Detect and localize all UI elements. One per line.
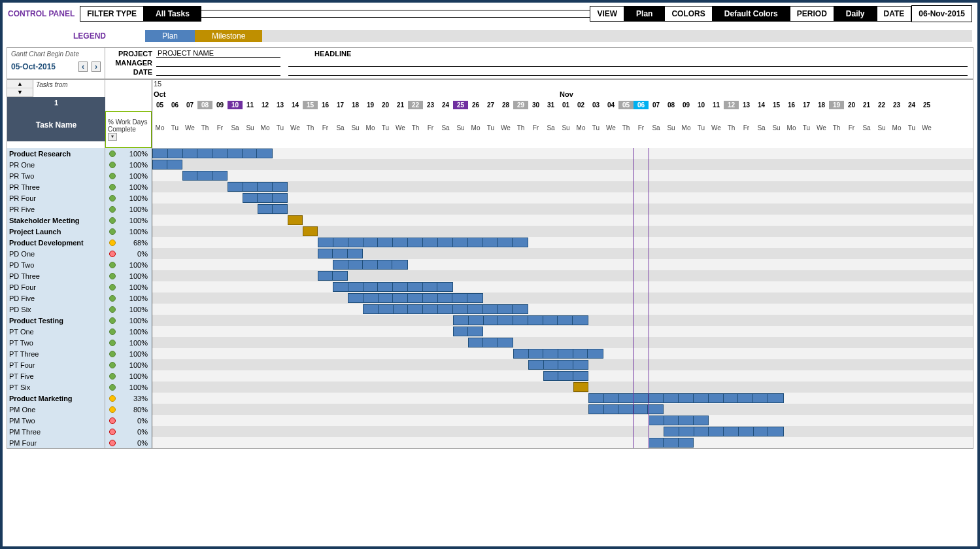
gantt-milestone-bar[interactable] — [303, 226, 318, 236]
gantt-plan-bar[interactable] — [468, 338, 513, 347]
day-dow-cell: Th — [513, 124, 528, 132]
task-name-cell[interactable]: Project Launch — [7, 226, 105, 237]
task-name-cell[interactable]: PD Three — [7, 270, 105, 281]
gantt-plan-bar[interactable] — [649, 416, 709, 425]
gantt-plan-bar[interactable] — [318, 249, 363, 258]
task-name-cell[interactable]: PR Two — [7, 170, 105, 181]
task-name-cell[interactable]: PD Four — [7, 281, 105, 292]
gantt-plan-bar[interactable] — [228, 182, 288, 192]
task-timeline-cell — [152, 370, 973, 381]
gantt-plan-bar[interactable] — [152, 160, 182, 169]
view-value[interactable]: Plan — [624, 6, 664, 22]
task-name-cell[interactable]: PR Four — [7, 192, 105, 204]
task-name-cell[interactable]: PD Six — [7, 304, 105, 315]
gantt-plan-bar[interactable] — [453, 315, 588, 325]
colors-value[interactable]: Default Colors — [713, 6, 790, 22]
tasks-down-button[interactable]: ▼ — [7, 88, 33, 97]
gantt-milestone-bar[interactable] — [288, 215, 303, 225]
gantt-plan-bar[interactable] — [333, 282, 453, 292]
period-label: PERIOD — [790, 6, 834, 22]
task-name-cell[interactable]: PD Five — [7, 292, 105, 304]
task-name-cell[interactable]: Stakeholder Meeting — [7, 215, 105, 226]
gantt-plan-bar[interactable] — [182, 171, 228, 181]
day-dow-cell: Fr — [844, 124, 859, 132]
task-timeline-cell — [152, 226, 973, 237]
task-name-cell[interactable]: PD Two — [7, 259, 105, 270]
pct-dropdown-icon[interactable]: ▾ — [108, 133, 117, 141]
task-timeline-cell — [152, 415, 973, 426]
task-name-cell[interactable]: PM Four — [7, 437, 105, 448]
gantt-plan-bar[interactable] — [152, 149, 273, 158]
task-name-cell[interactable]: Product Research — [7, 148, 105, 159]
control-panel-row: CONTROL PANEL FILTER TYPE All Tasks VIEW… — [3, 3, 977, 25]
task-row: PR One100% — [7, 159, 973, 170]
day-dow-cell: Th — [829, 124, 844, 132]
task-timeline-cell — [152, 159, 973, 170]
year-label: 15 — [154, 80, 161, 88]
gantt-plan-bar[interactable] — [318, 271, 348, 281]
gantt-plan-bar[interactable] — [588, 404, 664, 414]
task-name-cell[interactable]: PT Four — [7, 359, 105, 370]
project-value[interactable]: PROJECT NAME — [156, 49, 280, 58]
headline-line1[interactable] — [288, 59, 968, 67]
task-name-cell[interactable]: PR One — [7, 159, 105, 170]
gantt-plan-bar[interactable] — [649, 438, 694, 448]
status-dot-icon — [109, 340, 116, 346]
date-prev-button[interactable]: ‹ — [78, 62, 88, 72]
hdr-date-value[interactable] — [156, 75, 280, 76]
status-dot-icon — [109, 184, 116, 190]
task-name-cell[interactable]: PD One — [7, 248, 105, 259]
tasks-from-number[interactable]: 1 — [7, 97, 105, 109]
task-name-cell[interactable]: PT Two — [7, 337, 105, 348]
task-pct-value: 100% — [129, 294, 148, 302]
task-pct-cell: 100% — [105, 315, 152, 326]
task-name-cell[interactable]: Product Testing — [7, 315, 105, 326]
task-name-header: Task Name — [7, 109, 105, 141]
task-timeline-cell — [152, 426, 973, 437]
gantt-plan-bar[interactable] — [363, 304, 528, 314]
hdr-date-label: DATE — [110, 68, 152, 76]
task-name-cell[interactable]: PR Five — [7, 204, 105, 215]
gantt-plan-bar[interactable] — [333, 260, 408, 270]
status-dot-icon — [109, 373, 116, 380]
legend-milestone: Milestone — [195, 30, 262, 42]
task-name-cell[interactable]: PM Three — [7, 426, 105, 437]
gantt-plan-bar[interactable] — [318, 238, 528, 247]
task-name-cell[interactable]: PM Two — [7, 415, 105, 426]
date-value[interactable]: 06-Nov-2015 — [911, 5, 972, 22]
headline-line2[interactable] — [288, 68, 968, 76]
manager-value[interactable] — [156, 66, 280, 67]
task-name-cell[interactable]: PT Five — [7, 370, 105, 381]
day-dow-cell: Tu — [378, 124, 393, 132]
day-number-cell: 08 — [664, 101, 679, 109]
gantt-milestone-bar[interactable] — [573, 382, 588, 392]
day-number-cell: 25 — [919, 101, 934, 109]
task-pct-cell: 100% — [105, 292, 152, 304]
filter-type-value[interactable]: All Tasks — [144, 6, 201, 22]
gantt-plan-bar[interactable] — [348, 293, 483, 303]
gantt-plan-bar[interactable] — [528, 360, 588, 370]
day-number-cell: 29 — [513, 101, 528, 109]
task-name-cell[interactable]: PT One — [7, 326, 105, 337]
task-name-cell[interactable]: PT Three — [7, 348, 105, 359]
gantt-plan-bar[interactable] — [664, 427, 784, 436]
gantt-plan-bar[interactable] — [453, 327, 483, 336]
day-dow-cell: Su — [243, 124, 258, 132]
gantt-plan-bar[interactable] — [513, 349, 603, 359]
task-name-cell[interactable]: PT Six — [7, 381, 105, 393]
task-name-cell[interactable]: Product Development — [7, 237, 105, 248]
tasks-up-button[interactable]: ▲ — [7, 80, 33, 88]
task-name-cell[interactable]: PR Three — [7, 181, 105, 192]
header-left: Gantt Chart Begin Date 05-Oct-2015 ‹ › — [7, 48, 105, 79]
gantt-plan-bar[interactable] — [243, 193, 288, 203]
task-row: Product Research100% — [7, 148, 973, 159]
date-next-button[interactable]: › — [92, 62, 101, 72]
day-number-cell: 09 — [679, 101, 694, 109]
task-scroll-arrows: ▲ ▼ — [7, 80, 33, 97]
task-name-cell[interactable]: PM One — [7, 404, 105, 415]
gantt-plan-bar[interactable] — [258, 204, 288, 214]
task-name-cell[interactable]: Product Marketing — [7, 393, 105, 404]
gantt-plan-bar[interactable] — [543, 371, 588, 381]
period-value[interactable]: Daily — [834, 6, 877, 22]
gantt-plan-bar[interactable] — [588, 393, 784, 403]
